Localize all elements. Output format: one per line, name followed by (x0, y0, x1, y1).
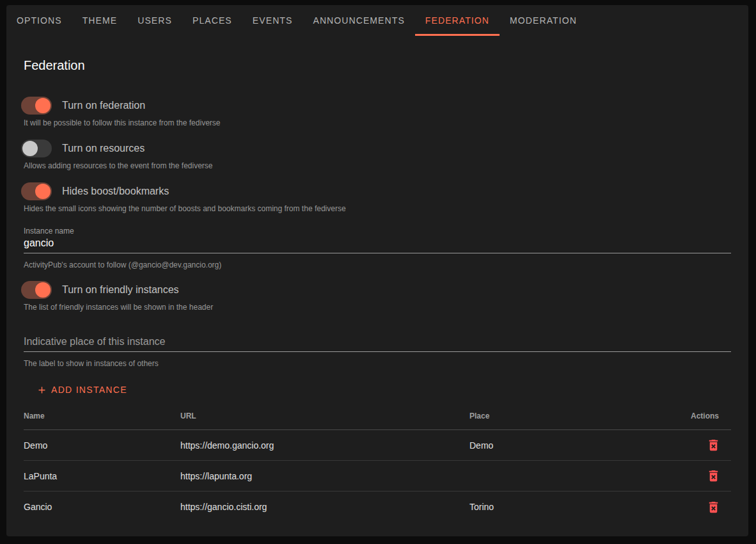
federation-switch-row: Turn on federation (24, 97, 731, 115)
tab-theme[interactable]: THEME (72, 5, 128, 36)
instance-name-cell: Demo (24, 440, 169, 451)
instance-place-cell: Torino (459, 502, 680, 512)
resources-toggle-label: Turn on resources (62, 143, 145, 154)
federation-toggle[interactable] (21, 97, 52, 115)
delete-instance-button[interactable] (706, 438, 721, 452)
instance-place-cell: Demo (459, 440, 680, 451)
instance-name-input[interactable] (24, 236, 731, 253)
tab-federation[interactable]: FEDERATION (415, 5, 500, 36)
admin-tab-bar: OPTIONS THEME USERS PLACES EVENTS ANNOUN… (6, 5, 748, 36)
admin-panel-card: OPTIONS THEME USERS PLACES EVENTS ANNOUN… (6, 5, 748, 536)
tab-events[interactable]: EVENTS (242, 5, 303, 36)
instance-url-cell: https://lapunta.org (169, 471, 459, 481)
instances-table-header: Name URL Place Actions (24, 402, 731, 430)
federation-settings-panel: Federation Turn on federation It will be… (6, 58, 748, 522)
toggle-thumb (35, 282, 51, 298)
friendly-instances-toggle[interactable] (21, 281, 52, 299)
table-row: LaPunta https://lapunta.org (24, 461, 731, 492)
tab-moderation[interactable]: MODERATION (500, 5, 587, 36)
boost-switch-row: Hides boost/bookmarks (24, 182, 731, 200)
delete-instance-button[interactable] (706, 468, 721, 483)
instance-name-hint: ActivityPub's account to follow (@gancio… (24, 260, 731, 269)
instances-table: Name URL Place Actions Demo https://demo… (24, 402, 731, 522)
instance-name-label: Instance name (24, 227, 731, 236)
add-instance-button-label: ADD INSTANCE (51, 385, 127, 395)
boost-bookmarks-toggle-hint: Hides the small icons showing the number… (24, 204, 731, 213)
plus-icon (36, 385, 47, 396)
column-header-name: Name (24, 412, 169, 420)
resources-switch-row: Turn on resources (24, 140, 731, 157)
federation-toggle-label: Turn on federation (62, 100, 145, 111)
table-row: Gancio https://gancio.cisti.org Torino (24, 492, 731, 522)
instance-url-cell: https://gancio.cisti.org (169, 502, 459, 512)
friendly-switch-row: Turn on friendly instances (24, 281, 731, 299)
instance-place-input[interactable] (24, 334, 731, 352)
tab-announcements[interactable]: ANNOUNCEMENTS (303, 5, 414, 36)
column-header-actions: Actions (680, 412, 740, 420)
instance-name-cell: Gancio (24, 502, 169, 512)
friendly-instances-toggle-label: Turn on friendly instances (62, 284, 179, 296)
resources-toggle-hint: Allows adding resources to the event fro… (24, 161, 731, 170)
federation-toggle-hint: It will be possible to follow this insta… (24, 118, 731, 127)
page-title: Federation (24, 58, 731, 73)
instance-url-cell: https://demo.gancio.org (169, 440, 459, 451)
table-row: Demo https://demo.gancio.org Demo (24, 430, 731, 461)
add-instance-button[interactable]: ADD INSTANCE (31, 378, 132, 401)
trash-delete-icon (706, 500, 721, 515)
column-header-url: URL (169, 412, 459, 420)
tab-places[interactable]: PLACES (182, 5, 242, 36)
delete-instance-button[interactable] (706, 500, 721, 515)
trash-delete-icon (706, 438, 721, 452)
toggle-thumb (35, 98, 51, 113)
instance-name-cell: LaPunta (24, 471, 169, 481)
toggle-thumb (35, 184, 51, 199)
friendly-instances-toggle-hint: The list of friendly instances will be s… (24, 303, 731, 312)
boost-bookmarks-toggle-label: Hides boost/bookmarks (62, 186, 169, 197)
instance-place-hint: The label to show in instances of others (24, 359, 731, 368)
column-header-place: Place (459, 412, 680, 420)
tab-options[interactable]: OPTIONS (6, 5, 72, 36)
tab-users[interactable]: USERS (127, 5, 182, 36)
resources-toggle[interactable] (21, 140, 52, 157)
trash-delete-icon (706, 468, 721, 483)
toggle-thumb (22, 141, 38, 156)
boost-bookmarks-toggle[interactable] (21, 182, 52, 200)
